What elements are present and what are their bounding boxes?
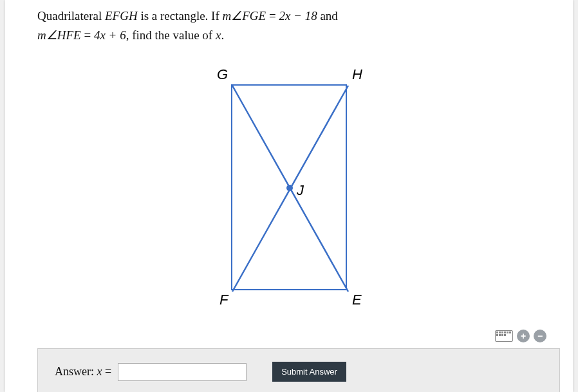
tool-icons: + − (495, 330, 546, 342)
problem-text: Quadrilateral EFGH is a rectangle. If m∠… (37, 6, 541, 46)
answer-bar: + − Answer: x = Submit Answer (37, 348, 560, 392)
eq1: = (266, 9, 279, 23)
label-j: J (297, 182, 304, 199)
expr2: 4x + 6 (94, 28, 126, 42)
angle1: m∠FGE (223, 9, 266, 23)
figure-wrap: G H F E J (37, 65, 541, 325)
shape-name: EFGH (105, 9, 138, 23)
answer-var: x (97, 365, 102, 378)
keyboard-icon[interactable] (495, 330, 513, 342)
label-g: G (217, 66, 228, 83)
angle2: m∠HFE (37, 28, 81, 42)
answer-pre: Answer: (55, 365, 97, 378)
tail: , find the value of (126, 28, 216, 42)
eq2: = (81, 28, 94, 42)
point-j-dot (286, 185, 293, 191)
text-mid: is a rectangle. If (138, 9, 223, 23)
page: Quadrilateral EFGH is a rectangle. If m∠… (5, 0, 573, 392)
period: . (221, 28, 224, 42)
label-e: E (352, 292, 362, 308)
answer-label: Answer: x = (55, 365, 111, 378)
zoom-out-button[interactable]: − (534, 330, 546, 342)
submit-button[interactable]: Submit Answer (272, 362, 346, 382)
zoom-in-button[interactable]: + (517, 330, 530, 342)
content: Quadrilateral EFGH is a rectangle. If m∠… (5, 0, 573, 325)
text-pre: Quadrilateral (37, 9, 105, 23)
expr1: 2x − 18 (279, 9, 317, 23)
label-h: H (352, 66, 362, 83)
answer-eq: = (102, 365, 112, 378)
figure: G H F E J (205, 65, 373, 322)
answer-input[interactable] (118, 363, 247, 381)
and: and (317, 9, 338, 23)
label-f: F (219, 292, 228, 308)
